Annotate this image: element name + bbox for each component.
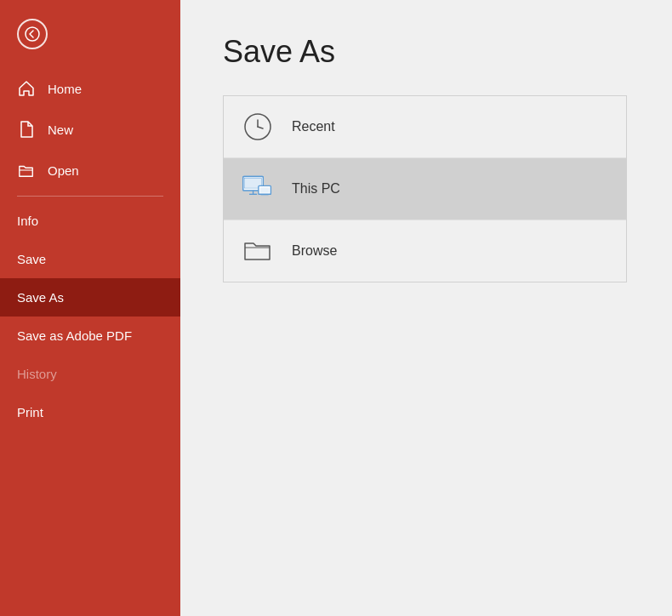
sidebar-item-history-label: History — [17, 367, 57, 381]
sidebar-item-save-adobe-label: Save as Adobe PDF — [17, 328, 132, 343]
svg-rect-11 — [260, 187, 270, 192]
save-options-list: Recent — [223, 95, 627, 282]
svg-point-0 — [26, 27, 39, 41]
sidebar-icon-nav: Home New Open — [0, 68, 180, 191]
svg-line-3 — [258, 127, 263, 128]
recent-icon — [241, 110, 275, 144]
sidebar-item-home-label: Home — [48, 82, 82, 96]
open-icon — [17, 162, 36, 179]
sidebar-item-save-as-label: Save As — [17, 290, 64, 305]
back-button[interactable] — [0, 0, 180, 68]
browse-icon — [241, 234, 275, 268]
sidebar-item-new-label: New — [48, 123, 73, 137]
save-option-browse-label: Browse — [292, 243, 337, 259]
sidebar-item-open-label: Open — [48, 163, 79, 178]
new-icon — [17, 121, 36, 138]
sidebar-item-save-as[interactable]: Save As — [0, 278, 180, 317]
sidebar-item-open[interactable]: Open — [0, 150, 180, 191]
sidebar-item-save[interactable]: Save — [0, 240, 180, 278]
sidebar-item-info[interactable]: Info — [0, 202, 180, 240]
this-pc-icon — [241, 172, 275, 206]
sidebar: Home New Open Info — [0, 0, 180, 616]
sidebar-item-history[interactable]: History — [0, 355, 180, 393]
sidebar-divider — [17, 196, 163, 197]
svg-rect-13 — [261, 194, 269, 196]
save-option-recent-label: Recent — [292, 119, 335, 134]
sidebar-item-print-label: Print — [17, 405, 43, 419]
main-content: Save As Recent — [180, 0, 672, 616]
save-option-this-pc-label: This PC — [292, 181, 340, 197]
page-title: Save As — [223, 34, 629, 70]
sidebar-item-save-label: Save — [17, 252, 46, 266]
save-option-this-pc[interactable]: This PC — [224, 158, 626, 220]
sidebar-item-home[interactable]: Home — [0, 68, 180, 109]
sidebar-item-info-label: Info — [17, 214, 38, 228]
back-circle-icon — [17, 19, 48, 49]
sidebar-item-new[interactable]: New — [0, 109, 180, 150]
back-arrow-icon — [25, 26, 40, 42]
save-option-browse[interactable]: Browse — [224, 220, 626, 282]
sidebar-item-save-adobe[interactable]: Save as Adobe PDF — [0, 317, 180, 355]
save-option-recent[interactable]: Recent — [224, 96, 626, 158]
sidebar-item-print[interactable]: Print — [0, 393, 180, 431]
home-icon — [17, 80, 36, 97]
